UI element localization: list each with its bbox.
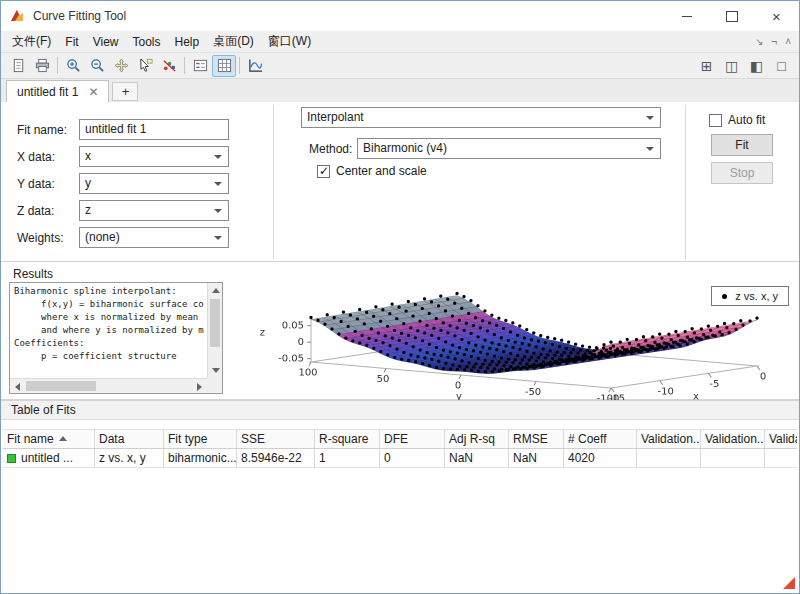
zoom-in-icon[interactable] xyxy=(61,55,85,77)
legend-marker-icon xyxy=(722,294,727,299)
stop-button[interactable]: Stop xyxy=(711,162,773,184)
layout-split-horizontal-icon[interactable]: ◧ xyxy=(744,55,769,77)
table-cell xyxy=(765,449,797,467)
scroll-right-icon[interactable] xyxy=(192,379,207,394)
app-icon xyxy=(9,8,25,24)
column-header-8[interactable]: # Coeff xyxy=(564,430,637,448)
table-cell xyxy=(701,449,765,467)
print-icon[interactable] xyxy=(30,55,54,77)
menu-item-0[interactable]: 文件(F) xyxy=(5,31,58,52)
grid-icon[interactable] xyxy=(212,55,236,77)
table-cell: NaN xyxy=(445,449,509,467)
panel-separator xyxy=(273,105,274,259)
layout-split-vertical-icon[interactable]: ◫ xyxy=(719,55,744,77)
tab-label: untitled fit 1 xyxy=(17,85,78,99)
plot-legend[interactable]: z vs. x, y xyxy=(711,286,789,306)
new-fit-icon[interactable] xyxy=(6,55,30,77)
scroll-left-icon[interactable] xyxy=(10,379,25,394)
table-cell: biharmonic... xyxy=(164,449,237,467)
fit-category-select[interactable]: Interpolant xyxy=(301,107,661,128)
tab-untitled-fit-1[interactable]: untitled fit 1 ✕ xyxy=(6,80,109,102)
resize-grip-icon[interactable] xyxy=(783,577,795,589)
fit-name-label: Fit name: xyxy=(17,123,67,137)
scrollbar-thumb[interactable] xyxy=(26,381,96,391)
add-fit-tab-button[interactable]: + xyxy=(112,82,138,101)
legend-label: z vs. x, y xyxy=(735,290,778,302)
results-vertical-scrollbar[interactable] xyxy=(207,283,222,378)
tab-close-icon[interactable]: ✕ xyxy=(88,85,98,99)
column-header-10[interactable]: Validation... xyxy=(701,430,765,448)
corner-icon[interactable]: ¬ xyxy=(771,36,777,47)
results-title: Results xyxy=(13,267,53,281)
dock-arrow-icon[interactable]: ↘ xyxy=(755,36,763,47)
tabbar: untitled fit 1 ✕ + xyxy=(1,79,799,102)
sort-ascending-icon xyxy=(59,436,67,441)
close-button[interactable]: × xyxy=(754,1,799,31)
checkbox-box[interactable] xyxy=(709,114,722,127)
center-and-scale-checkbox[interactable]: Center and scale xyxy=(317,164,427,178)
auto-fit-checkbox[interactable]: Auto fit xyxy=(709,113,765,127)
toolbar-separator xyxy=(57,57,58,74)
menu-item-6[interactable]: 窗口(W) xyxy=(261,31,318,52)
layout-maximized-icon[interactable]: □ xyxy=(769,55,794,77)
column-header-6[interactable]: Adj R-sq xyxy=(445,430,509,448)
scroll-up-icon[interactable] xyxy=(208,283,223,298)
menubar: 文件(F)FitViewToolsHelp桌面(D)窗口(W) ↘ ¬ ˄ xyxy=(1,31,799,53)
menu-item-1[interactable]: Fit xyxy=(58,31,85,52)
table-cell: 4020 xyxy=(564,449,637,467)
table-row[interactable]: untitled ...z vs. x, ybiharmonic...8.594… xyxy=(3,449,797,468)
legend-icon[interactable] xyxy=(188,55,212,77)
table-cell: 1 xyxy=(315,449,380,467)
y-data-select[interactable]: y xyxy=(79,173,229,194)
toolbar-separator xyxy=(184,57,185,74)
column-header-2[interactable]: Fit type xyxy=(164,430,237,448)
menu-item-3[interactable]: Tools xyxy=(125,31,167,52)
column-header-9[interactable]: Validation... xyxy=(637,430,701,448)
minimize-button[interactable] xyxy=(664,1,709,31)
scrollbar-thumb[interactable] xyxy=(210,299,220,347)
fit-settings-panel: Fit name: untitled fit 1 X data: x Y dat… xyxy=(1,102,799,262)
axes-limits-icon[interactable] xyxy=(243,55,267,77)
menu-item-5[interactable]: 桌面(D) xyxy=(206,31,261,52)
undock-icon[interactable]: ˄ xyxy=(785,36,791,47)
toolbar-separator xyxy=(239,57,240,74)
column-header-1[interactable]: Data xyxy=(95,430,164,448)
table-of-fits-header[interactable]: Table of Fits xyxy=(1,400,799,420)
curve-fitting-tool-window: Curve Fitting Tool × 文件(F)FitViewToolsHe… xyxy=(0,0,800,594)
data-cursor-icon[interactable] xyxy=(133,55,157,77)
column-header-4[interactable]: R-square xyxy=(315,430,380,448)
zoom-out-icon[interactable] xyxy=(85,55,109,77)
weights-select[interactable]: (none) xyxy=(79,227,229,248)
table-of-fits-title: Table of Fits xyxy=(11,403,76,417)
surface-plot-canvas[interactable] xyxy=(231,262,799,400)
menu-item-2[interactable]: View xyxy=(86,31,126,52)
z-data-label: Z data: xyxy=(17,204,54,218)
scrollbar-corner xyxy=(207,378,222,393)
results-horizontal-scrollbar[interactable] xyxy=(10,378,207,393)
auto-fit-label: Auto fit xyxy=(728,113,765,127)
column-header-7[interactable]: RMSE xyxy=(509,430,564,448)
exclude-outliers-icon[interactable] xyxy=(157,55,181,77)
layout-grid-icon[interactable]: ⊞ xyxy=(694,55,719,77)
x-data-select[interactable]: x xyxy=(79,146,229,167)
menu-item-4[interactable]: Help xyxy=(167,31,206,52)
pan-icon[interactable] xyxy=(109,55,133,77)
titlebar: Curve Fitting Tool × xyxy=(1,1,799,31)
fit-name-input[interactable]: untitled fit 1 xyxy=(79,119,229,140)
method-select[interactable]: Biharmonic (v4) xyxy=(357,138,661,159)
toolbar: ⊞ ◫ ◧ □ xyxy=(1,53,799,79)
column-header-3[interactable]: SSE xyxy=(237,430,315,448)
x-data-label: X data: xyxy=(17,150,55,164)
table-header-row: Fit nameDataFit typeSSER-squareDFEAdj R-… xyxy=(3,429,797,449)
method-label: Method: xyxy=(309,142,352,156)
checkbox-box[interactable] xyxy=(317,165,330,178)
panel-separator xyxy=(685,105,686,259)
window-title: Curve Fitting Tool xyxy=(33,9,126,23)
column-header-0[interactable]: Fit name xyxy=(3,430,95,448)
scroll-down-icon[interactable] xyxy=(208,363,223,378)
fit-button[interactable]: Fit xyxy=(711,134,773,156)
column-header-5[interactable]: DFE xyxy=(380,430,445,448)
z-data-select[interactable]: z xyxy=(79,200,229,221)
column-header-11[interactable]: Validation... xyxy=(765,430,797,448)
maximize-button[interactable] xyxy=(709,1,754,31)
